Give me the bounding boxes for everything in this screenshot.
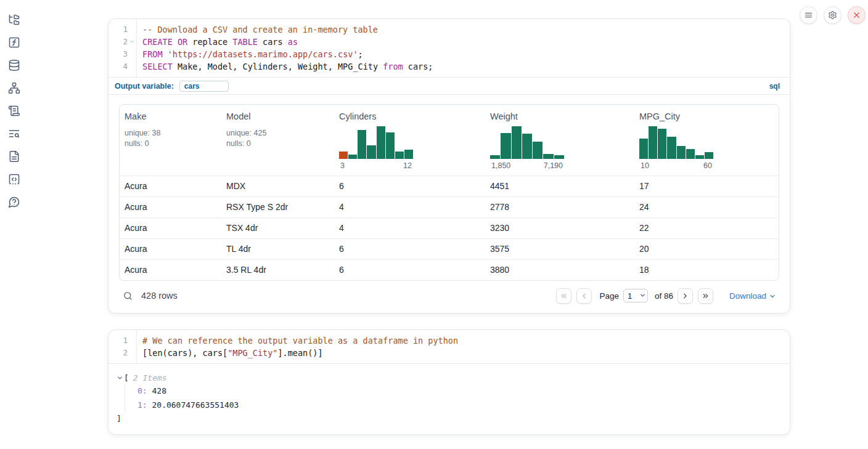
language-badge[interactable]: sql: [769, 82, 780, 91]
histogram-bar: [677, 146, 686, 159]
previous-page-button[interactable]: [576, 288, 592, 304]
histogram-bar: [348, 155, 357, 159]
sql-code-editor[interactable]: 1-- Download a CSV and create an in-memo…: [108, 19, 790, 77]
row-count: 428 rows: [141, 291, 178, 301]
python-cell: 1# We can reference the output variable …: [108, 330, 790, 435]
histogram-bars: [639, 126, 713, 159]
settings-button[interactable]: [824, 6, 841, 24]
sidebar-item-logs[interactable]: [7, 127, 21, 140]
fold-chevron-icon[interactable]: [129, 39, 135, 44]
table-body: AcuraMDX6445117AcuraRSX Type S 2dr427782…: [120, 176, 779, 280]
column-stats: unique: 425nulls: 0: [226, 128, 329, 148]
column-header-make[interactable]: Makeunique: 38nulls: 0: [120, 105, 221, 176]
column-histogram[interactable]: 312: [339, 126, 413, 170]
open-bracket: [: [124, 373, 129, 382]
menu-icon: [804, 10, 813, 20]
line-number: 1: [108, 334, 136, 347]
code-line[interactable]: 3FROM 'https://datasets.marimo.app/cars.…: [108, 48, 790, 60]
code-text: CREATE OR replace TABLE cars as: [136, 36, 298, 48]
tree-entry-key: 0:: [137, 386, 152, 395]
last-page-button[interactable]: [698, 288, 713, 304]
code-line[interactable]: 2[len(cars), cars["MPG_City"].mean()]: [108, 347, 790, 359]
tree-entry: 0: 428: [137, 384, 779, 398]
table-row[interactable]: AcuraTL 4dr6357520: [120, 238, 779, 259]
tree-entry: 1: 20.060747663551403: [137, 398, 779, 413]
column-header-cylinders[interactable]: Cylinders312: [334, 105, 485, 176]
sidebar-item-dependency-graph[interactable]: [7, 81, 21, 95]
column-histogram[interactable]: 1060: [639, 126, 713, 170]
code-line[interactable]: 1-- Download a CSV and create an in-memo…: [108, 23, 790, 36]
table-row[interactable]: Acura3.5 RL 4dr6388018: [120, 259, 779, 280]
table-cell: 22: [634, 218, 779, 238]
sidebar-item-snippets[interactable]: [7, 172, 21, 186]
code-line[interactable]: 2CREATE OR replace TABLE cars as: [108, 36, 790, 48]
output-variable-row: Output variable: sql: [108, 77, 790, 95]
column-name: Weight: [490, 111, 629, 121]
histogram-bar: [358, 130, 366, 159]
search-icon[interactable]: [123, 291, 133, 301]
folder-tree-icon: [8, 14, 20, 26]
histogram-bar: [367, 145, 375, 159]
column-stats: unique: 38nulls: 0: [125, 128, 216, 148]
histogram-bar: [339, 152, 348, 159]
notebook-menu-button[interactable]: [800, 6, 817, 24]
code-line[interactable]: 4SELECT Make, Model, Cylinders, Weight, …: [108, 60, 790, 73]
code-text: -- Download a CSV and create an in-memor…: [136, 23, 378, 36]
table-cell: 17: [634, 176, 779, 196]
sidebar-item-documentation[interactable]: [7, 150, 21, 163]
table-cell: MDX: [221, 176, 334, 196]
page-select[interactable]: 1: [623, 289, 648, 302]
table-cell: 4: [334, 218, 485, 238]
output-variable-input[interactable]: [179, 81, 229, 92]
table-cell: 6: [334, 176, 485, 196]
column-header-model[interactable]: Modelunique: 425nulls: 0: [221, 105, 334, 176]
code-line[interactable]: 1# We can reference the output variable …: [108, 334, 790, 347]
chevron-down-icon: [769, 291, 776, 300]
histogram-bar: [377, 126, 385, 159]
table-row[interactable]: AcuraTSX 4dr4323022: [120, 217, 779, 238]
output-variable-label: Output variable:: [115, 82, 174, 91]
column-header-weight[interactable]: Weight1,8507,190: [485, 105, 634, 176]
histogram-bar: [501, 133, 510, 159]
python-code-editor[interactable]: 1# We can reference the output variable …: [108, 330, 790, 364]
sql-cell-output: Makeunique: 38nulls: 0Modelunique: 425nu…: [108, 95, 790, 313]
table-cell: 3230: [485, 218, 634, 238]
sidebar-item-help[interactable]: [7, 195, 21, 209]
table-row[interactable]: AcuraMDX6445117: [120, 176, 779, 196]
download-button[interactable]: Download: [729, 291, 776, 301]
table-cell: 20: [634, 239, 779, 259]
table-cell: TL 4dr: [221, 239, 334, 259]
table-cell: 6: [334, 239, 485, 259]
column-histogram[interactable]: 1,8507,190: [490, 126, 564, 170]
sidebar-item-datasources[interactable]: [7, 59, 21, 72]
histogram-bar: [639, 139, 648, 159]
tree-entry-value: 428: [152, 386, 166, 395]
histogram-bar: [667, 137, 676, 159]
table-cell: Acura: [120, 260, 221, 280]
histogram-bar: [554, 155, 564, 159]
histogram-bar: [490, 155, 500, 159]
table-cell: Acura: [120, 176, 221, 196]
sidebar-item-file-explorer[interactable]: [7, 13, 21, 26]
histogram-bar: [533, 142, 542, 159]
histogram-bar: [386, 132, 395, 159]
table-cell: 3.5 RL 4dr: [221, 260, 334, 280]
table-cell: Acura: [120, 239, 221, 259]
collapse-chevron-icon[interactable]: [117, 374, 124, 381]
histogram-bar: [658, 129, 666, 159]
function-square-icon: [8, 36, 20, 49]
shutdown-button[interactable]: [848, 6, 866, 24]
histogram-bar: [512, 126, 522, 159]
table-header-row: Makeunique: 38nulls: 0Modelunique: 425nu…: [120, 105, 779, 176]
first-page-button[interactable]: [556, 288, 571, 304]
next-page-button[interactable]: [678, 288, 693, 304]
column-header-mpg_city[interactable]: MPG_City1060: [634, 105, 779, 176]
histogram-bar: [686, 149, 695, 159]
table-row[interactable]: AcuraRSX Type S 2dr4277824: [120, 196, 779, 217]
sidebar: [0, 0, 28, 449]
tree-entry-value: 20.060747663551403: [152, 400, 239, 410]
sidebar-item-scratchpad[interactable]: [7, 104, 21, 118]
column-name: Model: [226, 111, 329, 121]
sidebar-item-variables[interactable]: [7, 36, 21, 49]
settings-icon: [828, 10, 837, 20]
